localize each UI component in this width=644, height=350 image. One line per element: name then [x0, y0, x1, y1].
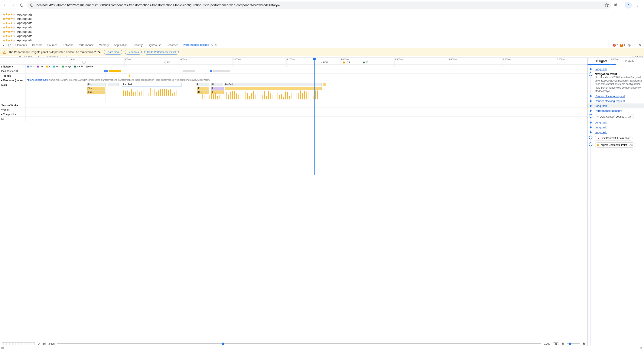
bookmark-star-icon[interactable] [604, 3, 609, 7]
flame-block[interactable]: R… [212, 83, 223, 86]
insight-item[interactable]: Render blocking request [588, 94, 644, 99]
ruler-tick: 0ms [70, 58, 75, 61]
insight-item[interactable]: Long task [588, 125, 644, 130]
expand-handle[interactable]: › [585, 203, 587, 208]
insights-panel: InsightsDetails Long taskNavigation even… [587, 58, 644, 346]
insight-item[interactable]: Long task [588, 67, 644, 71]
insight-item[interactable]: Render blocking request [588, 99, 644, 103]
flame-block[interactable]: Fun… [87, 90, 105, 94]
svg-marker-19 [38, 343, 40, 345]
goto-perf-button[interactable]: Go to Performance Panel [144, 50, 178, 54]
insights-list[interactable]: Long taskNavigation eventhttp://localhos… [588, 65, 644, 346]
flame-block[interactable] [108, 83, 119, 86]
zoom-out-icon[interactable] [562, 342, 564, 345]
dismiss-banner-icon[interactable]: × [640, 50, 642, 54]
playhead[interactable] [314, 58, 314, 175]
insight-item[interactable]: ■Largest Contentful Paint3.4s [588, 142, 644, 148]
track-main: Main [0, 83, 26, 103]
scrub-bar: 3.69s 8.70s x1 [0, 341, 587, 346]
insight-item[interactable]: Long task [588, 120, 644, 125]
more-icon[interactable] [633, 43, 636, 47]
flame-block[interactable]: Run… [87, 83, 106, 86]
tab-network[interactable]: Network [60, 42, 76, 48]
tab-memory[interactable]: Memory [96, 42, 112, 48]
scrub-end: 8.70s [544, 342, 550, 345]
learn-more-button[interactable]: Learn more [104, 50, 122, 54]
site-info-icon[interactable] [30, 3, 34, 7]
side-tab-details[interactable]: Details [616, 58, 644, 65]
marker-lcp: LCP [343, 61, 350, 64]
track-content [26, 108, 587, 112]
zoom-level[interactable]: x1 [552, 342, 559, 345]
insight-item[interactable]: ○DOM Content Loaded1.17s [588, 113, 644, 120]
tab-lighthouse[interactable]: Lighthouse [145, 42, 164, 48]
svg-point-7 [638, 6, 638, 6]
device-toggle-icon[interactable] [6, 42, 13, 48]
flame-block[interactable]: R… [196, 83, 209, 86]
inspect-icon[interactable] [0, 42, 6, 48]
insight-item[interactable]: ▲First Contentful Paint3.4s [588, 135, 644, 142]
tab-security[interactable]: Security [130, 42, 145, 48]
flame-block[interactable] [225, 87, 321, 90]
tab-elements[interactable]: Elements [13, 42, 30, 48]
step-back-icon[interactable] [43, 342, 46, 345]
expand-icon[interactable] [640, 347, 643, 350]
network-legend: htmlcssjsfontimagemediaother [26, 64, 587, 68]
tracks-area[interactable]: › Networkhtmlcssjsfontimagemediaotherloc… [0, 64, 587, 341]
feedback-button[interactable]: Feedback [125, 50, 142, 54]
marker-tti: TTI [363, 61, 369, 64]
track-network-host: localhost:4200 [0, 69, 26, 73]
flame-block[interactable]: Tim… [87, 87, 105, 90]
insight-item[interactable]: Long task [588, 103, 644, 108]
tab-performance[interactable]: Performance [75, 42, 96, 48]
close-tab-icon[interactable]: × [215, 43, 216, 47]
insight-item[interactable]: Performance measure [588, 108, 644, 113]
insight-item[interactable]: Navigation eventhttp://localhost:4200/if… [588, 71, 644, 94]
url-bar[interactable]: localhost:4200/iframe.html?args=elements… [27, 1, 612, 9]
rating-label: Appropriate [17, 12, 32, 16]
rating-label: Appropriate [17, 34, 32, 38]
deprecation-text: The Performance Insights panel is deprec… [8, 50, 101, 54]
zoom-in-icon[interactable] [582, 342, 586, 345]
insight-item[interactable]: Long task [588, 130, 644, 135]
reload-button[interactable] [19, 2, 25, 8]
scrub-slider[interactable] [57, 344, 541, 344]
perf-toolbar-peek: No throttling▾ localhost (1)▾ Feedback [0, 56, 644, 58]
track-compositor[interactable]: Compositor [0, 112, 26, 116]
tab-recorder[interactable]: Recorder [164, 42, 180, 48]
browser-menu-button[interactable] [634, 2, 640, 8]
tab-console[interactable]: Console [30, 42, 45, 48]
close-devtools-icon[interactable] [638, 43, 642, 47]
flame-block[interactable] [323, 83, 326, 86]
flame-block[interactable]: L… [212, 87, 224, 90]
forward-button[interactable] [10, 2, 16, 8]
track-content [26, 74, 587, 78]
filmstrip-thumb[interactable] [2, 342, 35, 345]
track-network[interactable]: Network [0, 64, 26, 69]
tab-performance-insights[interactable]: Performance insights × [180, 42, 219, 48]
rating-row: ★★★★★Appropriate [2, 21, 642, 25]
profile-avatar[interactable] [625, 2, 631, 8]
svg-line-28 [584, 344, 585, 345]
ruler-tick: 1,600ms [178, 58, 188, 61]
extensions-icon[interactable] [614, 3, 618, 7]
flame-block[interactable]: Run Task [224, 83, 321, 86]
star-rating-icon: ★★★★★ [2, 16, 15, 21]
svg-line-31 [2, 347, 4, 349]
dock-icon[interactable] [1, 347, 4, 350]
track-content [26, 69, 587, 73]
zoom-slider[interactable] [567, 344, 580, 344]
flame-block[interactable]: Run Task [122, 83, 182, 86]
tab-application[interactable]: Application [112, 42, 130, 48]
tab-sources[interactable]: Sources [45, 42, 60, 48]
settings-icon[interactable] [628, 43, 631, 47]
flame-block[interactable]: E… [197, 87, 209, 90]
play-icon[interactable] [37, 342, 40, 345]
track-content [26, 112, 587, 116]
issue-count[interactable]: !1 [620, 44, 625, 47]
error-count[interactable]: ✕2 [613, 44, 618, 47]
svg-point-5 [638, 3, 638, 4]
timeline-ruler[interactable]: 0ms800ms1,600ms2,400ms3,200ms4,000ms4,80… [0, 58, 587, 64]
track-renderer[interactable]: Renderer (main) [0, 78, 26, 83]
back-button[interactable] [2, 2, 8, 8]
